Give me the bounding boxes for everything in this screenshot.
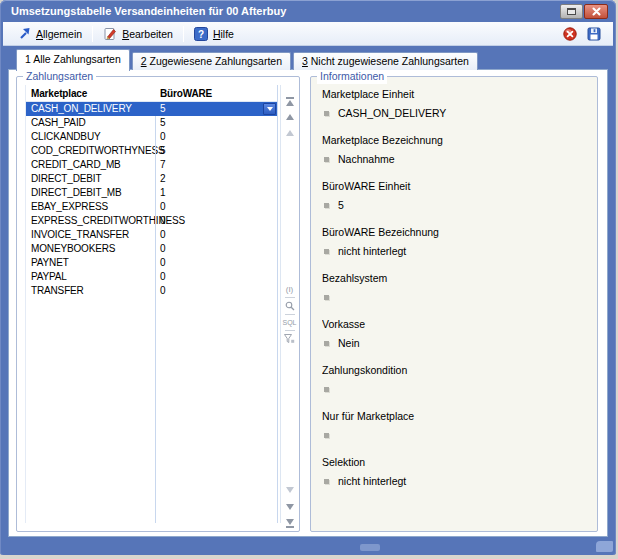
buroware-cell: 0: [155, 270, 277, 284]
hilfe-button[interactable]: ? Hilfe: [187, 25, 241, 43]
buroware-cell: 5: [155, 144, 277, 158]
next-record-icon: [286, 487, 294, 493]
buroware-cell: 1: [155, 186, 277, 200]
tab-alle-zahlungsarten[interactable]: 1 Alle Zahlungsarten: [16, 49, 130, 71]
record-indicator-icon[interactable]: (I): [286, 285, 294, 294]
close-icon: [592, 7, 601, 16]
marketplace-cell: DIRECT_DEBIT_MB: [26, 186, 155, 200]
table-row[interactable]: TRANSFER 0: [26, 284, 277, 298]
buroware-dropdown-button[interactable]: [263, 103, 276, 115]
tab-zugewiesene-zahlungsarten[interactable]: 2 Zugewiesene Zahlungsarten: [132, 52, 291, 70]
buroware-cell: 7: [155, 158, 277, 172]
last-record-button[interactable]: [281, 519, 298, 528]
tab-label: 1 Alle Zahlungsarten: [25, 53, 121, 65]
marketplace-cell: TRANSFER: [26, 284, 155, 298]
table-row[interactable]: COD_CREDITWORTHYNESS 5: [26, 144, 277, 158]
table-tools: (I) SQL: [281, 285, 298, 344]
table-body: CASH_ON_DELIVERY 5 CASH_PAID 5 CLICKANDB…: [26, 102, 277, 298]
table-row[interactable]: INVOICE_TRANSFER 0: [26, 228, 277, 242]
column-divider: [155, 85, 156, 523]
table-row[interactable]: DIRECT_DEBIT_MB 1: [26, 186, 277, 200]
info-fields: Marketplace Einheit CASH_ON_DELIVERY Mar…: [322, 87, 589, 525]
sql-icon[interactable]: SQL: [282, 318, 296, 327]
arrow-up-right-icon: [18, 27, 31, 40]
bullet-icon: [324, 111, 329, 116]
bullet-icon: [324, 479, 329, 484]
marketplace-cell: MONEYBOOKERS: [26, 242, 155, 256]
search-button[interactable]: [285, 301, 295, 311]
info-field: Nur für Marketplace: [322, 409, 589, 442]
table-row[interactable]: MONEYBOOKERS 0: [26, 242, 277, 256]
titlebar[interactable]: Umsetzungstabelle Versandeinheiten für 0…: [0, 0, 616, 22]
payments-groupbox: Zahlungsarten Marketplace BüroWARE CASH_…: [16, 76, 300, 532]
close-button[interactable]: [584, 4, 608, 19]
table-row[interactable]: CASH_PAID 5: [26, 116, 277, 130]
bullet-icon: [324, 203, 329, 208]
table-row[interactable]: PAYPAL 0: [26, 270, 277, 284]
table-row[interactable]: CLICKANDBUY 0: [26, 130, 277, 144]
page-down-button[interactable]: [281, 504, 298, 510]
page-down-icon: [286, 504, 294, 510]
svg-text:?: ?: [198, 28, 204, 39]
marketplace-cell: DIRECT_DEBIT: [26, 172, 155, 186]
cancel-icon: [563, 27, 577, 41]
info-field-label: Zahlungskondition: [322, 363, 589, 377]
info-field-label: Selektion: [322, 455, 589, 469]
buroware-cell: 0: [155, 284, 277, 298]
marketplace-cell: EXPRESS_CREDITWORTHINESS: [26, 214, 155, 228]
buroware-cell: 0: [155, 130, 277, 144]
buroware-cell: 5: [155, 116, 277, 130]
resize-grip[interactable]: [596, 541, 613, 552]
info-field-label: BüroWARE Bezeichnung: [322, 225, 589, 239]
column-header-marketplace[interactable]: Marketplace: [26, 85, 155, 101]
info-field: BüroWARE Bezeichnung nicht hinterlegt: [322, 225, 589, 258]
info-field-value: nicht hinterlegt: [338, 475, 406, 487]
buroware-cell: 5: [155, 102, 277, 116]
next-record-button[interactable]: [281, 487, 298, 493]
table-row[interactable]: CREDIT_CARD_MB 7: [26, 158, 277, 172]
page-up-button[interactable]: [281, 114, 298, 120]
first-record-icon: [286, 97, 294, 106]
table-row[interactable]: DIRECT_DEBIT 2: [26, 172, 277, 186]
column-header-buroware[interactable]: BüroWARE: [155, 85, 277, 101]
bullet-icon: [324, 295, 329, 300]
info-group-label: Informationen: [317, 69, 387, 84]
info-field-label: Vorkasse: [322, 317, 589, 331]
cancel-button[interactable]: [563, 27, 577, 41]
table-row[interactable]: PAYNET 0: [26, 256, 277, 270]
info-field: Marketplace Einheit CASH_ON_DELIVERY: [322, 87, 589, 120]
hilfe-label: Hilfe: [213, 28, 234, 40]
maximize-button[interactable]: [560, 4, 583, 19]
table-row[interactable]: EBAY_EXPRESS 0: [26, 200, 277, 214]
save-button[interactable]: [587, 27, 601, 41]
marketplace-cell: CASH_ON_DELIVERY: [26, 102, 155, 116]
frame-notch: [360, 544, 380, 551]
bearbeiten-button[interactable]: Bearbeiten: [96, 25, 180, 43]
toolbar-right-group: [563, 27, 603, 41]
table-row[interactable]: CASH_ON_DELIVERY 5: [26, 102, 277, 116]
toolbar-separator: [183, 26, 184, 42]
allgemein-button[interactable]: Allgemein: [11, 25, 89, 42]
tab-nicht-zugewiesene-zahlungsarten[interactable]: 3 Nicht zugewiesene Zahlungsarten: [293, 52, 478, 70]
content-panel: Zahlungsarten Marketplace BüroWARE CASH_…: [8, 69, 608, 537]
info-field-value: Nachnahme: [338, 153, 395, 165]
toolbar: Allgemein Bearbeiten ? Hilfe: [3, 22, 613, 46]
buroware-cell: 0: [155, 214, 277, 228]
last-record-icon: [286, 519, 294, 528]
help-icon: ?: [194, 27, 208, 41]
marketplace-cell: EBAY_EXPRESS: [26, 200, 155, 214]
filter-button[interactable]: [284, 334, 295, 344]
prev-record-button[interactable]: [281, 130, 298, 136]
info-field-label: Bezahlsystem: [322, 271, 589, 285]
payments-table: Marketplace BüroWARE CASH_ON_DELIVERY 5 …: [25, 85, 278, 523]
info-field-label: BüroWARE Einheit: [322, 179, 589, 193]
marketplace-cell: INVOICE_TRANSFER: [26, 228, 155, 242]
marketplace-cell: COD_CREDITWORTHYNESS: [26, 144, 155, 158]
marketplace-cell: PAYPAL: [26, 270, 155, 284]
save-icon: [587, 27, 601, 41]
first-record-button[interactable]: [281, 97, 298, 106]
bullet-icon: [324, 341, 329, 346]
info-field-value: 5: [338, 199, 344, 211]
table-row[interactable]: EXPRESS_CREDITWORTHINESS 0: [26, 214, 277, 228]
marketplace-cell: PAYNET: [26, 256, 155, 270]
